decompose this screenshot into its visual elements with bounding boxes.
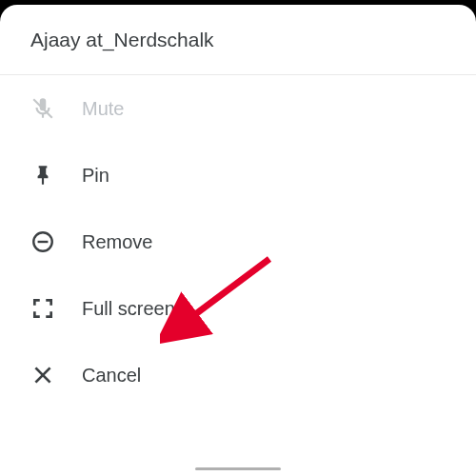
sheet-header: Ajaay at_Nerdschalk	[0, 5, 476, 75]
remove-option[interactable]: Remove	[0, 208, 476, 275]
mute-label: Mute	[82, 98, 124, 120]
pin-label: Pin	[82, 165, 109, 187]
cancel-label: Cancel	[82, 365, 141, 387]
close-icon	[30, 363, 55, 387]
remove-icon	[30, 229, 55, 254]
menu-list: Mute Pin Remove	[0, 75, 476, 408]
action-sheet: Ajaay at_Nerdschalk Mute Pin	[0, 5, 476, 476]
fullscreen-option[interactable]: Full screen	[0, 275, 476, 342]
home-indicator	[195, 467, 281, 470]
remove-label: Remove	[82, 231, 152, 253]
fullscreen-icon	[30, 296, 55, 321]
participant-name: Ajaay at_Nerdschalk	[30, 29, 446, 51]
mute-option: Mute	[0, 75, 476, 142]
mute-icon	[30, 96, 55, 121]
pin-icon	[30, 163, 55, 188]
cancel-option[interactable]: Cancel	[0, 342, 476, 408]
pin-option[interactable]: Pin	[0, 142, 476, 208]
fullscreen-label: Full screen	[82, 298, 175, 320]
